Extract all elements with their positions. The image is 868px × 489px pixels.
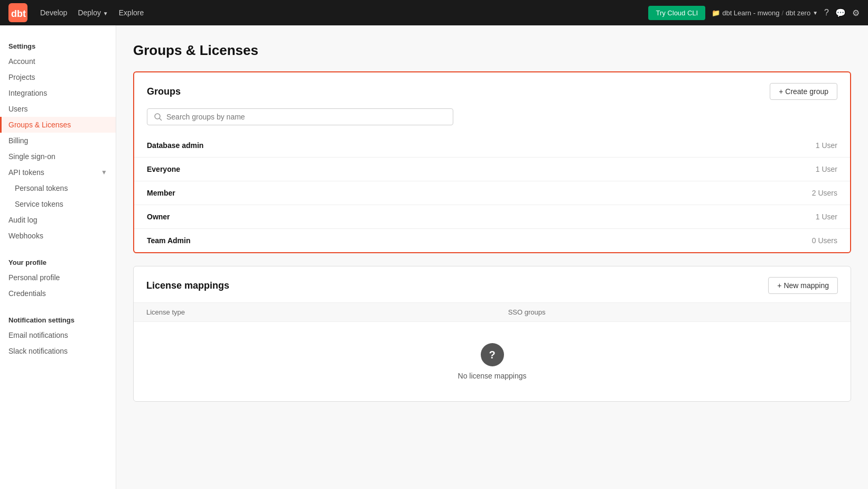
group-name: Member (134, 181, 576, 205)
sidebar-item-integrations[interactable]: Integrations (0, 85, 116, 101)
empty-state: ? No license mappings (134, 322, 851, 401)
sidebar-item-audit-log[interactable]: Audit log (0, 212, 116, 228)
groups-section-header: Groups + Create group (134, 72, 850, 108)
sidebar-item-api-tokens[interactable]: API tokens ▼ (0, 164, 116, 180)
chat-icon[interactable]: 💬 (835, 8, 846, 18)
table-row[interactable]: Owner 1 User (134, 205, 850, 229)
help-icon[interactable]: ? (824, 8, 829, 17)
sso-groups-col-header: SSO groups (496, 303, 851, 322)
sidebar-item-email-notifications[interactable]: Email notifications (0, 327, 116, 343)
sidebar-item-personal-profile[interactable]: Personal profile (0, 270, 116, 285)
workspace-separator: / (782, 9, 784, 17)
sidebar-item-account[interactable]: Account (0, 53, 116, 69)
license-mappings-section-card: License mappings + New mapping License t… (133, 266, 851, 402)
svg-line-3 (160, 118, 162, 121)
sidebar-item-personal-tokens[interactable]: Personal tokens (0, 180, 116, 196)
table-row[interactable]: Database admin 1 User (134, 134, 850, 158)
group-count: 1 User (576, 205, 850, 229)
create-group-button[interactable]: + Create group (770, 83, 837, 100)
search-input-wrap[interactable] (147, 108, 453, 125)
topnav-right: Try Cloud CLI 📁 dbt Learn - mwong / dbt … (648, 6, 860, 20)
svg-text:dbt: dbt (11, 8, 26, 19)
try-cloud-btn[interactable]: Try Cloud CLI (648, 6, 705, 20)
table-row[interactable]: Everyone 1 User (134, 158, 850, 181)
logo[interactable]: dbt (8, 3, 27, 22)
notification-section-title: Notification settings (0, 310, 116, 327)
sidebar: Settings Account Projects Integrations U… (0, 25, 116, 489)
search-container (134, 108, 850, 134)
workspace-chevron-icon: ▼ (813, 10, 818, 16)
groups-section-card: Groups + Create group Database admin 1 U… (133, 71, 851, 253)
empty-label: No license mappings (458, 372, 527, 380)
nav-develop[interactable]: Develop (40, 8, 67, 17)
sidebar-item-users[interactable]: Users (0, 101, 116, 117)
workspace-folder-icon: 📁 (712, 9, 720, 17)
sidebar-item-webhooks[interactable]: Webhooks (0, 228, 116, 244)
groups-table: Database admin 1 User Everyone 1 User Me… (134, 134, 850, 252)
settings-icon[interactable]: ⚙ (852, 8, 860, 18)
group-name: Database admin (134, 134, 576, 158)
group-count: 1 User (576, 134, 850, 158)
main-content: Groups & Licenses Groups + Create group (116, 25, 868, 489)
table-row[interactable]: Member 2 Users (134, 181, 850, 205)
api-tokens-expand-icon: ▼ (101, 169, 107, 176)
layout: Settings Account Projects Integrations U… (0, 25, 868, 489)
nav-explore[interactable]: Explore (119, 8, 144, 17)
sidebar-item-sso[interactable]: Single sign-on (0, 149, 116, 164)
sidebar-item-slack-notifications[interactable]: Slack notifications (0, 343, 116, 359)
topnav-links: Develop Deploy ▼ Explore (40, 8, 144, 17)
groups-section-title: Groups (147, 86, 181, 97)
group-count: 0 Users (576, 229, 850, 253)
workspace-info[interactable]: 📁 dbt Learn - mwong / dbt zero ▼ (712, 9, 818, 17)
license-type-col-header: License type (134, 303, 496, 322)
empty-question-icon: ? (481, 343, 504, 366)
sidebar-item-projects[interactable]: Projects (0, 69, 116, 85)
sidebar-item-billing[interactable]: Billing (0, 133, 116, 149)
group-count: 1 User (576, 158, 850, 181)
group-name: Everyone (134, 158, 576, 181)
search-input[interactable] (166, 113, 446, 121)
group-name: Team Admin (134, 229, 576, 253)
workspace-name: dbt Learn - mwong (722, 9, 779, 17)
sidebar-item-credentials[interactable]: Credentials (0, 285, 116, 301)
license-table: License type SSO groups ? No license map… (134, 302, 851, 401)
profile-section-title: Your profile (0, 252, 116, 270)
group-count: 2 Users (576, 181, 850, 205)
new-mapping-button[interactable]: + New mapping (768, 277, 838, 294)
license-section-title: License mappings (146, 280, 229, 291)
settings-section-title: Settings (0, 36, 116, 53)
sidebar-item-groups-licenses[interactable]: Groups & Licenses (0, 117, 116, 133)
table-row[interactable]: Team Admin 0 Users (134, 229, 850, 253)
license-section-header: License mappings + New mapping (134, 266, 851, 302)
page-title: Groups & Licenses (133, 42, 851, 59)
search-icon (154, 113, 162, 121)
nav-deploy[interactable]: Deploy ▼ (78, 8, 108, 17)
sidebar-item-service-tokens[interactable]: Service tokens (0, 196, 116, 212)
workspace-env: dbt zero (786, 9, 810, 17)
group-name: Owner (134, 205, 576, 229)
topnav: dbt Develop Deploy ▼ Explore Try Cloud C… (0, 0, 868, 25)
